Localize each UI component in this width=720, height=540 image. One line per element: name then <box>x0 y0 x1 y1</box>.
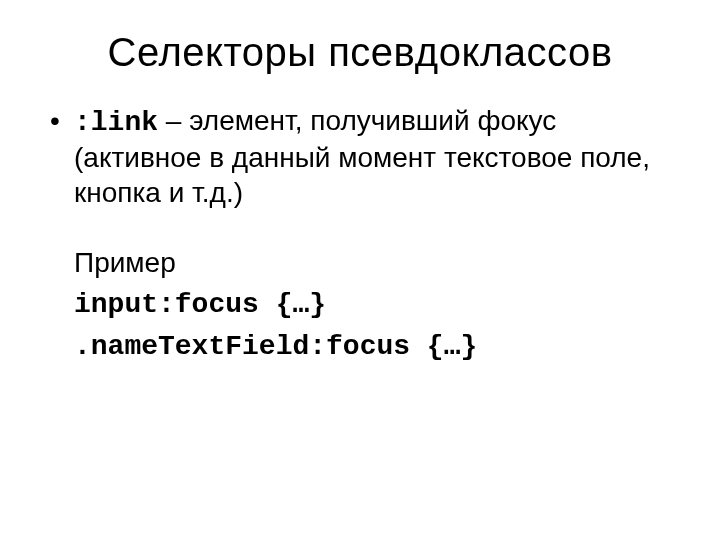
example-1-tail: {…} <box>259 289 326 320</box>
pseudo-selector-code: :link <box>74 107 158 138</box>
example-2-tail: {…} <box>410 331 477 362</box>
example-label: Пример <box>74 244 670 282</box>
example-1-code: input:focus <box>74 289 259 320</box>
bullet-description-text: элемент, получивший фокус (активное в да… <box>74 105 650 208</box>
slide: Селекторы псевдоклассов • :link – элемен… <box>0 0 720 540</box>
example-2-code: .nameTextField:focus <box>74 331 410 362</box>
bullet-text: :link – элемент, получивший фокус (актив… <box>74 103 670 210</box>
bullet-item: • :link – элемент, получивший фокус (акт… <box>50 103 670 210</box>
example-line-2: .nameTextField:focus {…} <box>74 326 670 366</box>
example-line-1: input:focus {…} <box>74 284 670 324</box>
slide-title: Селекторы псевдоклассов <box>50 30 670 75</box>
bullet-marker: • <box>50 103 74 138</box>
bullet-dash-char: – <box>166 105 182 136</box>
